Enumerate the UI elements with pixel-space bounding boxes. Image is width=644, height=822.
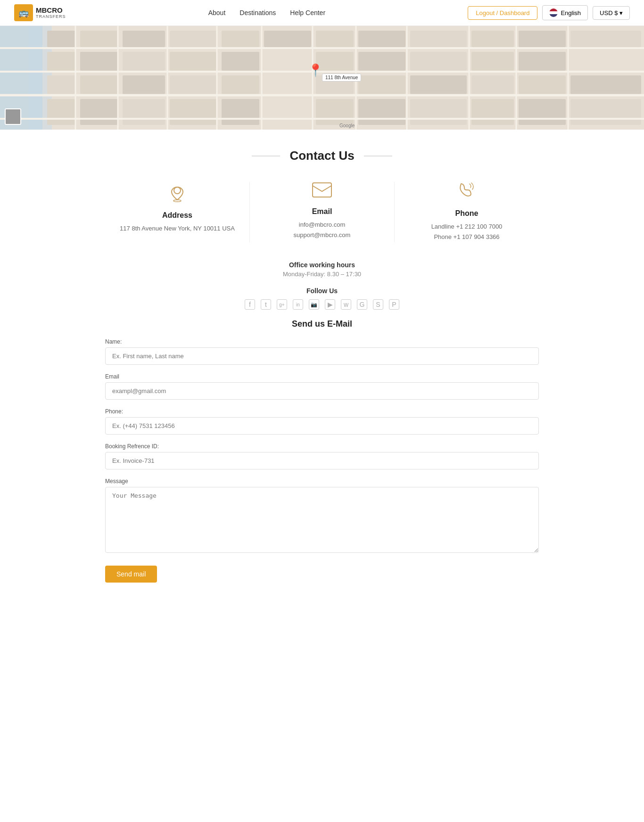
- phone-title: Phone: [404, 209, 529, 218]
- map-section: Google 📍 111 8th Avenue: [0, 26, 644, 130]
- svg-rect-40: [170, 99, 217, 125]
- svg-rect-48: [570, 99, 641, 125]
- logo-box: 🚌: [14, 4, 33, 21]
- whatsapp-icon[interactable]: w: [341, 299, 351, 310]
- logo-name: MBCRO: [36, 7, 66, 15]
- phone-col: Phone Landline +1 212 100 7000 Phone +1 …: [395, 182, 539, 242]
- nav-links: About Destinations Help Center: [208, 8, 325, 17]
- name-input[interactable]: [105, 347, 539, 365]
- email-line1: info@mbcro.com support@mbcro.com: [259, 220, 385, 240]
- address-title: Address: [115, 211, 240, 220]
- contact-title: Contact Us: [280, 148, 363, 163]
- email-col: Email info@mbcro.com support@mbcro.com: [250, 182, 394, 242]
- address-col: Address 117 8th Avenue New York, NY 1001…: [105, 182, 249, 242]
- contact-section: Contact Us Address 117 8th Avenue New Yo…: [96, 130, 548, 601]
- logout-button[interactable]: Logout / Dashboard: [468, 6, 537, 20]
- svg-rect-35: [519, 75, 566, 94]
- map-thumbnail: [5, 108, 21, 125]
- youtube-icon[interactable]: ▶: [325, 299, 335, 310]
- booking-group: Booking Refrence ID:: [105, 443, 539, 469]
- svg-rect-16: [80, 52, 118, 71]
- svg-rect-45: [410, 99, 467, 125]
- phone-icon: [404, 182, 529, 205]
- flag-icon: [549, 8, 558, 17]
- svg-rect-10: [358, 31, 405, 47]
- follow-us-title: Follow Us: [105, 287, 539, 295]
- svg-rect-6: [170, 31, 217, 47]
- language-label: English: [561, 9, 581, 16]
- instagram-icon[interactable]: 📷: [309, 299, 319, 310]
- svg-point-65: [174, 187, 181, 194]
- email-label: Email: [105, 373, 539, 380]
- email-title: Email: [259, 207, 385, 216]
- name-group: Name:: [105, 338, 539, 365]
- nav-about[interactable]: About: [208, 8, 226, 17]
- linkedin-icon[interactable]: in: [293, 299, 303, 310]
- svg-rect-27: [80, 75, 118, 94]
- message-textarea[interactable]: [105, 487, 539, 553]
- map-pin: 📍: [308, 63, 323, 78]
- svg-rect-29: [170, 75, 217, 94]
- social-icons: f t g+ in 📷 ▶ w G S P: [105, 299, 539, 310]
- svg-rect-23: [410, 52, 467, 71]
- google-icon[interactable]: G: [357, 299, 367, 310]
- svg-rect-36: [570, 75, 641, 94]
- svg-rect-44: [358, 99, 405, 125]
- svg-rect-42: [264, 99, 311, 125]
- nav-destinations[interactable]: Destinations: [239, 8, 276, 17]
- send-email-form: Send us E-Mail Name: Email Phone: Bookin…: [105, 319, 539, 583]
- phone-text: Landline +1 212 100 7000 Phone +1 107 90…: [404, 222, 529, 242]
- map-pin-label: 111 8th Avenue: [322, 74, 361, 82]
- phone-input[interactable]: [105, 417, 539, 435]
- svg-rect-26: [47, 75, 75, 94]
- svg-rect-20: [264, 52, 311, 71]
- language-button[interactable]: English: [542, 5, 588, 20]
- svg-rect-46: [471, 99, 514, 125]
- booking-input[interactable]: [105, 452, 539, 469]
- svg-point-66: [173, 200, 181, 202]
- contact-title-bar: Contact Us: [252, 148, 392, 163]
- svg-rect-24: [471, 52, 514, 71]
- currency-button[interactable]: USD $ ▾: [593, 6, 630, 20]
- svg-rect-25: [519, 52, 566, 71]
- logo: 🚌 MBCRO TRANSFERS: [14, 4, 66, 21]
- svg-rect-8: [264, 31, 311, 47]
- svg-rect-22: [358, 52, 405, 71]
- svg-rect-67: [313, 183, 331, 197]
- svg-rect-33: [410, 75, 467, 94]
- email-input[interactable]: [105, 382, 539, 400]
- form-title: Send us E-Mail: [105, 319, 539, 329]
- svg-rect-7: [222, 31, 259, 47]
- twitter-icon[interactable]: t: [261, 299, 271, 310]
- send-button[interactable]: Send mail: [105, 566, 157, 583]
- location-icon: [115, 182, 240, 206]
- svg-rect-30: [222, 75, 259, 94]
- working-hours: Office working hours Monday-Friday: 8.30…: [105, 261, 539, 278]
- nav-help-center[interactable]: Help Center: [290, 8, 325, 17]
- message-group: Message: [105, 478, 539, 555]
- navbar: 🚌 MBCRO TRANSFERS About Destinations Hel…: [0, 0, 644, 26]
- svg-rect-43: [316, 99, 354, 125]
- facebook-icon[interactable]: f: [245, 299, 255, 310]
- svg-rect-28: [123, 75, 165, 94]
- working-hours-title: Office working hours: [105, 261, 539, 269]
- svg-rect-41: [222, 99, 259, 125]
- svg-rect-14: [570, 31, 641, 47]
- navbar-actions: Logout / Dashboard English USD $ ▾: [468, 5, 630, 20]
- google-plus-icon[interactable]: g+: [277, 299, 287, 310]
- truck-icon: 🚌: [18, 8, 29, 18]
- pinterest-icon[interactable]: P: [389, 299, 399, 310]
- svg-rect-19: [222, 52, 259, 71]
- email-icon: [259, 182, 385, 203]
- svg-rect-9: [316, 31, 354, 47]
- svg-rect-34: [471, 75, 514, 94]
- name-label: Name:: [105, 338, 539, 345]
- message-label: Message: [105, 478, 539, 485]
- svg-rect-13: [519, 31, 566, 47]
- svg-rect-17: [123, 52, 165, 71]
- follow-us: Follow Us f t g+ in 📷 ▶ w G S P: [105, 287, 539, 310]
- skype-icon[interactable]: S: [373, 299, 383, 310]
- svg-rect-18: [170, 52, 217, 71]
- svg-rect-11: [410, 31, 467, 47]
- phone-label: Phone:: [105, 408, 539, 415]
